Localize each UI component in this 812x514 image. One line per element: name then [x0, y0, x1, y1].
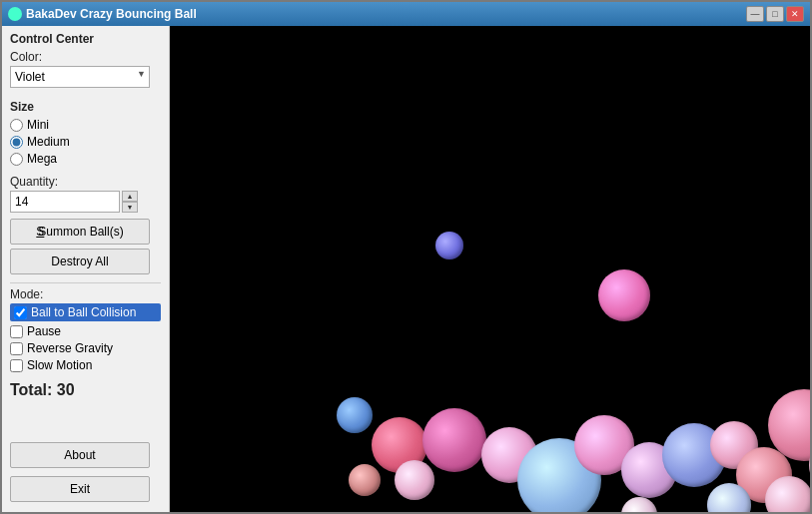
size-mega-radio[interactable] [10, 153, 23, 166]
size-medium-item: Medium [10, 135, 161, 149]
size-mini-label: Mini [27, 118, 49, 132]
mode-ball-collision-item: Ball to Ball Collision [10, 303, 161, 321]
size-label: Size [10, 100, 161, 114]
summon-button[interactable]: SSummon Ball(s) [10, 219, 150, 245]
size-radio-group: Mini Medium Mega [10, 118, 161, 169]
ball-21 [765, 476, 810, 512]
total-display: Total: 30 [10, 381, 161, 399]
mode-pause-item: Pause [10, 324, 161, 338]
color-label: Color: [10, 50, 161, 64]
ball-0 [435, 232, 463, 259]
close-button[interactable]: ✕ [786, 6, 804, 22]
ball-4 [422, 408, 486, 472]
mode-slow-motion-label: Slow Motion [27, 358, 92, 372]
quantity-down-button[interactable]: ▼ [122, 202, 138, 213]
mode-ball-collision-label: Ball to Ball Collision [31, 305, 136, 319]
quantity-spinner: ▲ ▼ [122, 191, 138, 213]
size-mini-radio[interactable] [10, 119, 23, 132]
quantity-row: ▲ ▼ [10, 191, 161, 213]
mode-label: Mode: [10, 287, 161, 301]
app-icon [8, 7, 22, 21]
simulation-canvas [170, 26, 810, 512]
mode-slow-motion-checkbox[interactable] [10, 359, 23, 372]
size-medium-label: Medium [27, 135, 70, 149]
control-center-title: Control Center [10, 32, 161, 46]
mode-reverse-gravity-item: Reverse Gravity [10, 341, 161, 355]
mode-ball-collision-checkbox[interactable] [14, 306, 27, 319]
quantity-up-button[interactable]: ▲ [122, 191, 138, 202]
size-medium-radio[interactable] [10, 136, 23, 149]
divider-1 [10, 282, 161, 283]
window-title: BakaDev Crazy Bouncing Ball [26, 7, 197, 21]
ball-1 [598, 269, 650, 321]
mode-reverse-gravity-label: Reverse Gravity [27, 341, 113, 355]
sidebar: Control Center Color: Violet Red Blue Gr… [2, 26, 170, 512]
size-mini-item: Mini [10, 118, 161, 132]
title-bar-buttons: — □ ✕ [746, 6, 804, 22]
content-area: Control Center Color: Violet Red Blue Gr… [2, 26, 810, 512]
exit-button[interactable]: Exit [10, 476, 150, 502]
mode-reverse-gravity-checkbox[interactable] [10, 342, 23, 355]
size-mega-item: Mega [10, 152, 161, 166]
color-select-wrapper: Violet Red Blue Green Pink Random [10, 66, 150, 94]
title-bar: BakaDev Crazy Bouncing Ball — □ ✕ [2, 2, 810, 26]
color-select[interactable]: Violet Red Blue Green Pink Random [10, 66, 150, 88]
ball-17 [395, 460, 434, 500]
minimize-button[interactable]: — [746, 6, 764, 22]
bottom-buttons: About Exit [10, 442, 161, 506]
ball-19 [621, 497, 657, 512]
main-window: BakaDev Crazy Bouncing Ball — □ ✕ Contro… [0, 0, 812, 514]
mode-slow-motion-item: Slow Motion [10, 358, 161, 372]
quantity-label: Quantity: [10, 175, 161, 189]
mode-pause-label: Pause [27, 324, 61, 338]
mode-section: Mode: Ball to Ball Collision Pause Rever… [10, 287, 161, 375]
destroy-button[interactable]: Destroy All [10, 249, 150, 274]
quantity-input[interactable] [10, 191, 120, 213]
ball-18 [349, 464, 381, 496]
ball-2 [337, 397, 373, 433]
maximize-button[interactable]: □ [766, 6, 784, 22]
mode-pause-checkbox[interactable] [10, 325, 23, 338]
about-button[interactable]: About [10, 442, 150, 468]
size-mega-label: Mega [27, 152, 57, 166]
title-bar-left: BakaDev Crazy Bouncing Ball [8, 7, 197, 21]
